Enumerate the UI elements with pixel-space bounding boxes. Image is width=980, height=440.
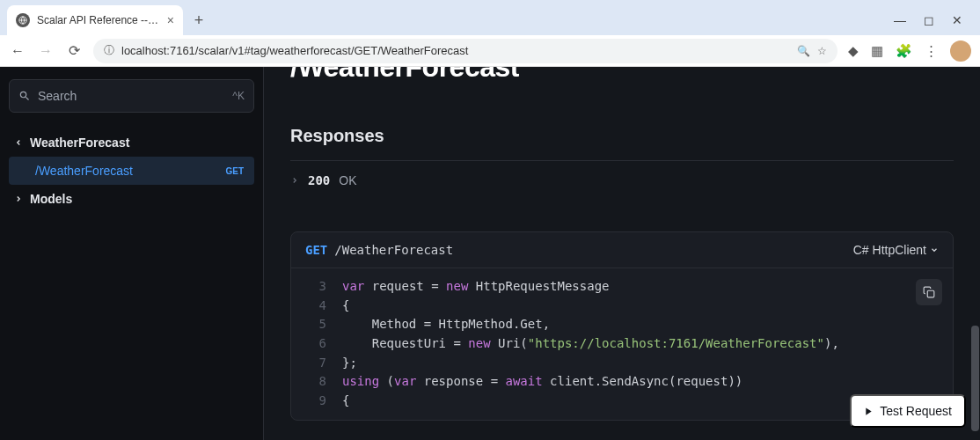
- search-placeholder: Search: [38, 89, 225, 103]
- app-content: Search ^K WeatherForecast /WeatherForeca…: [0, 67, 980, 440]
- chevron-right-icon: [14, 192, 23, 206]
- nav-group-weatherforecast[interactable]: WeatherForecast: [9, 128, 254, 157]
- bookmark-icon[interactable]: ☆: [817, 45, 827, 57]
- extensions-icon[interactable]: 🧩: [896, 43, 912, 59]
- line-number: 9: [305, 392, 326, 411]
- responses-heading: Responses: [290, 126, 954, 161]
- response-row[interactable]: 200 OK: [290, 161, 954, 200]
- language-selector[interactable]: C# HttpClient: [853, 243, 939, 257]
- nav-group: WeatherForecast /WeatherForecast GET Mod…: [9, 128, 254, 213]
- zoom-icon[interactable]: 🔍: [797, 45, 810, 57]
- copy-icon: [923, 286, 935, 298]
- chevron-down-icon: [930, 246, 939, 254]
- code-example-block: GET /WeatherForecast C# HttpClient 3var …: [290, 231, 954, 421]
- browser-tab[interactable]: Scalar API Reference -- v1 ×: [7, 5, 183, 35]
- scrollbar-thumb[interactable]: [971, 326, 979, 431]
- line-number: 8: [305, 372, 326, 392]
- line-content: {: [342, 297, 349, 316]
- code-line: 8using (var response = await client.Send…: [305, 372, 939, 392]
- nav-group-models[interactable]: Models: [9, 185, 254, 213]
- line-number: 5: [305, 315, 326, 334]
- code-line: 5 Method = HttpMethod.Get,: [305, 315, 939, 334]
- test-request-button[interactable]: Test Request: [850, 394, 966, 428]
- new-tab-button[interactable]: +: [186, 8, 211, 33]
- code-line: 9{: [305, 392, 939, 411]
- svg-rect-1: [927, 290, 934, 297]
- line-number: 4: [305, 297, 326, 316]
- code-method: GET: [305, 243, 327, 257]
- close-icon[interactable]: ×: [167, 13, 174, 27]
- code-line: 7};: [305, 354, 939, 373]
- sidebar-item-label: /WeatherForecast: [35, 164, 133, 178]
- page-title: /WeatherForecast: [290, 67, 954, 84]
- tab-bar: Scalar API Reference -- v1 × + — ◻ ✕: [0, 0, 980, 35]
- code-line: 6 RequestUri = new Uri("https://localhos…: [305, 334, 939, 354]
- tab-favicon: [16, 13, 30, 27]
- method-badge: GET: [225, 166, 244, 176]
- nav-group-label: Models: [30, 192, 72, 206]
- extension-icon-1[interactable]: ◆: [848, 43, 859, 59]
- search-input[interactable]: Search ^K: [9, 79, 254, 113]
- sidebar: Search ^K WeatherForecast /WeatherForeca…: [0, 67, 264, 440]
- sidebar-item-weatherforecast[interactable]: /WeatherForecast GET: [9, 157, 254, 185]
- chevron-right-icon: [290, 173, 299, 187]
- test-button-label: Test Request: [880, 404, 952, 418]
- maximize-button[interactable]: ◻: [924, 13, 934, 27]
- line-number: 3: [305, 277, 326, 297]
- line-number: 7: [305, 354, 326, 373]
- search-shortcut: ^K: [232, 90, 245, 102]
- window-controls: — ◻ ✕: [894, 13, 973, 27]
- url-bar[interactable]: ⓘ localhost:7161/scalar/v1#tag/weatherfo…: [93, 39, 837, 63]
- profile-avatar[interactable]: [950, 40, 971, 62]
- copy-button[interactable]: [916, 279, 942, 305]
- response-code: 200: [308, 173, 330, 187]
- menu-icon[interactable]: ⋮: [925, 43, 938, 59]
- site-info-icon[interactable]: ⓘ: [104, 43, 114, 58]
- svg-marker-2: [867, 407, 872, 414]
- extension-icon-2[interactable]: ▦: [871, 43, 883, 59]
- main-content: /WeatherForecast Responses 200 OK GET /W…: [264, 67, 980, 440]
- play-icon: [864, 407, 874, 416]
- url-text: localhost:7161/scalar/v1#tag/weatherfore…: [121, 44, 790, 57]
- code-header: GET /WeatherForecast C# HttpClient: [291, 232, 953, 268]
- line-content: {: [342, 392, 349, 411]
- close-button[interactable]: ✕: [952, 13, 962, 27]
- page-scrollbar[interactable]: [968, 67, 980, 440]
- code-line: 3var request = new HttpRequestMessage: [305, 277, 939, 297]
- line-number: 6: [305, 334, 326, 354]
- browser-toolbar: ← → ⟳ ⓘ localhost:7161/scalar/v1#tag/wea…: [0, 35, 980, 67]
- back-button[interactable]: ←: [9, 42, 26, 60]
- chevron-down-icon: [11, 138, 26, 147]
- nav-group-label: WeatherForecast: [30, 136, 129, 150]
- minimize-button[interactable]: —: [894, 13, 906, 27]
- line-content: using (var response = await client.SendA…: [342, 372, 742, 392]
- code-line: 4{: [305, 297, 939, 316]
- line-content: var request = new HttpRequestMessage: [342, 277, 610, 297]
- language-label: C# HttpClient: [853, 243, 926, 257]
- reload-button[interactable]: ⟳: [65, 42, 83, 60]
- line-content: };: [342, 354, 357, 373]
- code-endpoint: GET /WeatherForecast: [305, 243, 453, 257]
- code-path: /WeatherForecast: [334, 243, 453, 257]
- search-icon: [18, 90, 31, 102]
- forward-button[interactable]: →: [37, 42, 55, 60]
- toolbar-extensions: ◆ ▦ 🧩 ⋮: [848, 40, 971, 62]
- line-content: RequestUri = new Uri("https://localhost:…: [342, 334, 839, 354]
- line-content: Method = HttpMethod.Get,: [342, 315, 550, 334]
- tab-title: Scalar API Reference -- v1: [37, 14, 160, 26]
- response-text: OK: [339, 173, 356, 187]
- browser-chrome: Scalar API Reference -- v1 × + — ◻ ✕ ← →…: [0, 0, 980, 67]
